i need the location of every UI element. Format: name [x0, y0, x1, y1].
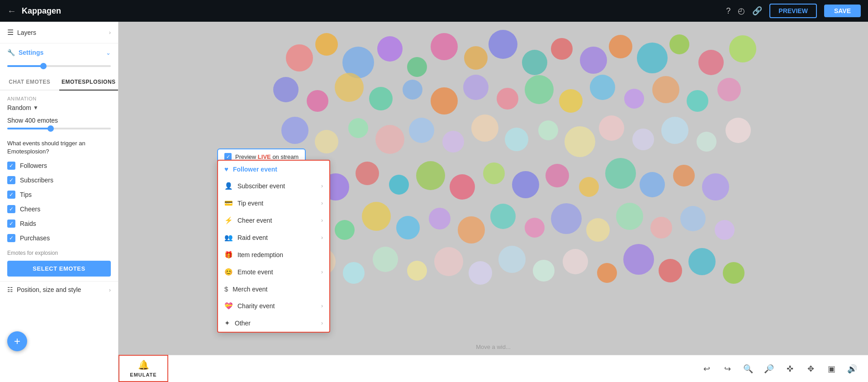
svg-point-7 — [489, 30, 517, 59]
help-icon[interactable]: ? — [726, 6, 730, 16]
svg-point-33 — [348, 118, 368, 138]
raid-icon: 👥 — [224, 234, 233, 242]
tab-emotesplosions[interactable]: EMOTESPLOSIONS — [59, 74, 119, 91]
merch-icon: $ — [224, 285, 228, 293]
main-layout: ☰ Layers › 🔧 Settings ⌄ CHAT EMOTES — [0, 22, 868, 382]
checkbox-tips[interactable]: ✓ Tips — [0, 187, 118, 202]
emotes-count-slider[interactable] — [0, 126, 118, 135]
grid-button[interactable]: ▣ — [823, 360, 840, 377]
svg-point-45 — [726, 118, 751, 143]
settings-chevron-icon: ⌄ — [106, 49, 111, 56]
dropdown-item-other[interactable]: ✦ Other › — [218, 315, 329, 332]
preview-button[interactable]: PREVIEW — [769, 4, 817, 18]
monitor-icon[interactable]: ◴ — [738, 6, 745, 16]
svg-point-49 — [389, 175, 409, 195]
dropdown-item-follower-label: Follower event — [233, 166, 277, 173]
svg-point-86 — [688, 248, 716, 275]
redo-button[interactable]: ↪ — [719, 360, 736, 377]
animation-label: Animation — [7, 96, 111, 101]
svg-point-80 — [498, 246, 526, 273]
back-button[interactable]: ← — [7, 6, 16, 16]
dropdown-item-emote-label: Emote event — [237, 268, 273, 276]
animation-dropdown[interactable]: Random ▼ — [7, 104, 111, 111]
emulate-button[interactable]: 🔔 EMULATE — [119, 355, 168, 382]
link-icon[interactable]: 🔗 — [752, 6, 762, 16]
topbar-icons: ? ◴ 🔗 PREVIEW SAVE — [726, 4, 861, 18]
checkbox-raids[interactable]: ✓ Raids — [0, 216, 118, 231]
svg-point-27 — [624, 89, 644, 109]
svg-point-64 — [429, 208, 451, 229]
center-button[interactable]: ✥ — [802, 360, 819, 377]
svg-point-85 — [659, 259, 682, 282]
svg-point-18 — [335, 73, 364, 102]
dropdown-item-merch-label: Merch event — [232, 286, 267, 293]
select-emotes-button[interactable]: SELECT EMOTES — [7, 261, 111, 277]
svg-point-38 — [505, 128, 528, 151]
zoom-out-button[interactable]: 🔍 — [740, 360, 757, 377]
dropdown-item-item-redemption[interactable]: 🎁 Item redemption — [218, 246, 329, 263]
fit-button[interactable]: ✜ — [781, 360, 798, 377]
svg-point-8 — [522, 50, 547, 75]
save-button[interactable]: SAVE — [824, 5, 861, 17]
svg-point-61 — [335, 220, 355, 240]
svg-point-68 — [551, 203, 582, 234]
position-size-style-row[interactable]: ☷ Position, size and style › — [0, 281, 118, 298]
tab-chat-emotes[interactable]: CHAT EMOTES — [0, 74, 59, 90]
svg-point-57 — [640, 172, 665, 197]
svg-point-82 — [563, 249, 588, 274]
svg-point-25 — [559, 89, 583, 113]
svg-point-39 — [538, 120, 558, 140]
dropdown-item-follower[interactable]: ♥ Follower event — [218, 161, 329, 177]
svg-point-9 — [551, 38, 573, 60]
checkbox-subscribers[interactable]: ✓ Subscribers — [0, 173, 118, 187]
svg-point-54 — [545, 164, 569, 187]
sidebar-item-settings[interactable]: 🔧 Settings ⌄ — [0, 43, 118, 62]
dropdown-item-emote[interactable]: 😊 Emote event › — [218, 263, 329, 281]
bottom-toolbar: ↩ ↪ 🔍 🔎 ✜ ✥ ▣ 🔊 — [119, 355, 868, 382]
add-button[interactable]: + — [7, 331, 27, 351]
dropdown-item-cheer[interactable]: ⚡ Cheer event › — [218, 212, 329, 229]
svg-point-22 — [463, 75, 489, 100]
svg-point-19 — [369, 87, 393, 110]
settings-label: Settings — [19, 49, 43, 56]
checkbox-followers[interactable]: ✓ Followers — [0, 158, 118, 173]
svg-point-70 — [616, 203, 643, 230]
svg-point-5 — [431, 33, 458, 60]
layers-icon: ☰ — [7, 28, 14, 37]
svg-point-15 — [729, 35, 756, 62]
checkbox-cheers[interactable]: ✓ Cheers — [0, 202, 118, 216]
emulate-label: EMULATE — [130, 372, 157, 377]
dropdown-item-tip-label: Tip event — [237, 200, 263, 207]
svg-point-73 — [715, 220, 735, 240]
svg-point-10 — [580, 47, 607, 74]
sidebar-item-layers[interactable]: ☰ Layers › — [0, 22, 118, 43]
app-title: Kappagen — [22, 6, 721, 16]
event-dropdown-menu[interactable]: ♥ Follower event 👤 Subscriber event › 💳 … — [217, 160, 330, 333]
settings-slider[interactable] — [0, 62, 118, 72]
emote-icon: 😊 — [224, 268, 233, 276]
undo-button[interactable]: ↩ — [698, 360, 715, 377]
svg-point-28 — [652, 76, 679, 103]
settings-icon: 🔧 — [7, 49, 15, 56]
dropdown-item-raid[interactable]: 👥 Raid event › — [218, 229, 329, 246]
tip-chevron-icon: › — [321, 200, 323, 206]
svg-point-51 — [450, 174, 475, 200]
sound-button[interactable]: 🔊 — [844, 360, 861, 377]
svg-point-17 — [307, 90, 328, 112]
dropdown-item-tip[interactable]: 💳 Tip event › — [218, 195, 329, 212]
svg-point-55 — [579, 177, 599, 197]
svg-point-3 — [377, 36, 403, 62]
dropdown-item-merch[interactable]: $ Merch event — [218, 281, 329, 297]
raid-chevron-icon: › — [321, 234, 323, 241]
position-label: Position, size and style — [17, 286, 81, 293]
dropdown-item-charity[interactable]: 💝 Charity event › — [218, 297, 329, 315]
svg-point-87 — [723, 262, 745, 284]
checkbox-purchases[interactable]: ✓ Purchases — [0, 231, 118, 245]
svg-point-1 — [315, 33, 338, 56]
svg-point-16 — [273, 77, 299, 102]
dropdown-item-subscriber[interactable]: 👤 Subscriber event › — [218, 177, 329, 195]
zoom-in-button[interactable]: 🔎 — [760, 360, 778, 377]
svg-point-41 — [599, 115, 624, 141]
show-emotes-label: Show 400 emotes — [0, 113, 118, 126]
svg-point-42 — [632, 129, 654, 150]
